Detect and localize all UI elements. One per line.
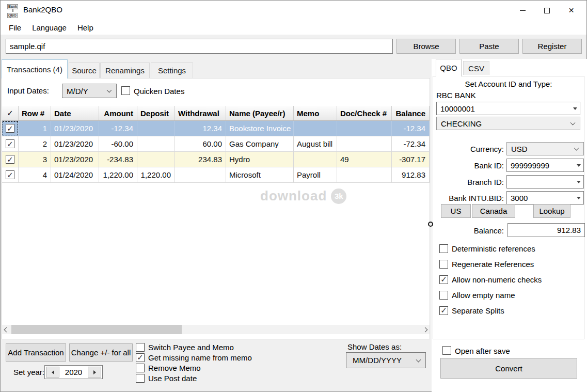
table-cell[interactable]: August bill — [294, 136, 337, 151]
lookup-button[interactable]: Lookup — [533, 204, 570, 218]
year-increment-button[interactable] — [88, 367, 101, 378]
column-header[interactable]: Row # — [19, 106, 51, 120]
table-row[interactable]: 401/24/20201,220.001,220.00MicrosoftPayr… — [2, 167, 430, 183]
checkbox[interactable] — [439, 291, 448, 300]
table-cell[interactable]: Bookstore Invoice — [226, 121, 294, 136]
column-header[interactable]: ✓ — [2, 106, 19, 120]
table-cell[interactable]: -307.17 — [392, 152, 430, 167]
row-checkbox[interactable] — [6, 139, 14, 148]
table-cell[interactable] — [337, 136, 392, 151]
table-cell[interactable]: 4 — [19, 167, 51, 182]
row-select-cell[interactable] — [2, 167, 19, 182]
table-cell[interactable] — [175, 167, 226, 182]
table-cell[interactable] — [294, 152, 337, 167]
table-cell[interactable] — [137, 152, 175, 167]
horizontal-scrollbar[interactable] — [2, 325, 430, 334]
column-header[interactable]: Name (Payee/r) — [226, 106, 294, 120]
field-combo[interactable]: 3000 — [506, 191, 584, 205]
us-button[interactable]: US — [441, 204, 471, 218]
table-cell[interactable]: 1 — [19, 121, 51, 136]
field-combo[interactable] — [506, 175, 584, 189]
column-header[interactable]: Balance — [392, 106, 430, 120]
table-row[interactable]: 301/23/2020-234.83234.83Hydro49-307.17 — [2, 152, 430, 167]
tab-qbo[interactable]: QBO — [436, 59, 462, 76]
open-after-save-checkbox[interactable] — [442, 346, 451, 355]
table-cell[interactable]: 912.83 — [392, 167, 430, 182]
minimize-button[interactable] — [511, 3, 535, 18]
tab-source[interactable]: Source — [69, 62, 100, 78]
column-header[interactable]: Deposit — [137, 106, 175, 120]
convert-button[interactable]: Convert — [440, 358, 577, 379]
table-cell[interactable]: 01/23/2020 — [51, 121, 99, 136]
table-cell[interactable] — [337, 121, 392, 136]
canada-button[interactable]: Canada — [472, 204, 515, 218]
table-cell[interactable] — [137, 136, 175, 151]
table-cell[interactable]: 49 — [337, 152, 392, 167]
table-cell[interactable]: 3 — [19, 152, 51, 167]
checkbox[interactable] — [439, 275, 448, 284]
tab-csv[interactable]: CSV — [463, 61, 489, 75]
table-row[interactable]: 201/23/2020-60.0060.00Gas CompanyAugust … — [2, 136, 430, 152]
menu-file[interactable]: File — [5, 22, 25, 34]
table-cell[interactable]: 01/23/2020 — [51, 152, 99, 167]
input-dates-combo[interactable]: M/D/Y — [62, 84, 117, 98]
row-select-cell[interactable] — [2, 121, 19, 136]
table-cell[interactable]: 2 — [19, 136, 51, 151]
column-header[interactable]: Withdrawal — [175, 106, 226, 120]
table-cell[interactable]: 1,220.00 — [99, 167, 137, 182]
table-cell[interactable]: 12.34 — [175, 121, 226, 136]
table-cell[interactable]: Payroll — [294, 167, 337, 182]
table-cell[interactable]: -72.34 — [392, 136, 430, 151]
checkbox[interactable] — [439, 244, 448, 253]
checkbox[interactable] — [136, 374, 145, 383]
row-select-cell[interactable] — [2, 152, 19, 167]
field-combo[interactable]: 999999999 — [506, 159, 584, 172]
checkbox[interactable] — [439, 260, 448, 269]
menu-help[interactable]: Help — [73, 22, 98, 34]
table-cell[interactable]: Hydro — [226, 152, 294, 167]
scrollbar-thumb[interactable] — [11, 325, 182, 334]
table-cell[interactable]: -60.00 — [99, 136, 137, 151]
table-cell[interactable]: Microsoft — [226, 167, 294, 182]
set-year-spinner[interactable]: 2020 — [44, 365, 103, 379]
row-checkbox[interactable] — [6, 155, 14, 164]
tab-renamings[interactable]: Renamings — [100, 62, 150, 78]
paste-button[interactable]: Paste — [459, 39, 519, 54]
file-path-input[interactable] — [6, 39, 393, 54]
checkbox[interactable] — [136, 343, 145, 352]
table-cell[interactable]: 60.00 — [175, 136, 226, 151]
field-combo[interactable]: USD — [506, 142, 584, 155]
scroll-left-button[interactable] — [2, 325, 11, 334]
register-button[interactable]: Register — [522, 39, 582, 54]
table-cell[interactable]: -234.83 — [99, 152, 137, 167]
year-decrement-button[interactable] — [46, 367, 59, 378]
checkbox[interactable] — [136, 364, 145, 372]
table-cell[interactable]: 1,220.00 — [137, 167, 175, 182]
column-header[interactable]: Doc/Check # — [337, 106, 392, 120]
show-dates-combo[interactable]: MM/DD/YYYY — [346, 352, 426, 368]
tab-settings[interactable]: Settings — [151, 62, 193, 78]
add-transaction-button[interactable]: Add Transaction — [6, 343, 66, 362]
column-header[interactable]: Amount — [99, 106, 137, 120]
column-header[interactable]: Memo — [294, 106, 337, 120]
row-checkbox[interactable] — [6, 124, 14, 133]
close-button[interactable]: ✕ — [559, 3, 583, 18]
column-header[interactable]: Date — [51, 106, 99, 120]
row-select-cell[interactable] — [2, 136, 19, 151]
menu-language[interactable]: Language — [28, 22, 71, 34]
table-cell[interactable]: 01/23/2020 — [51, 136, 99, 151]
scroll-right-button[interactable] — [421, 325, 430, 334]
balance-input[interactable]: 912.83 — [507, 223, 585, 237]
table-cell[interactable]: -12.34 — [99, 121, 137, 136]
change-sign-button[interactable]: Change +/- for all — [69, 343, 133, 362]
browse-button[interactable]: Browse — [396, 39, 456, 54]
account-id-combo[interactable]: 10000001 — [436, 102, 580, 115]
table-cell[interactable]: 234.83 — [175, 152, 226, 167]
table-cell[interactable]: 01/24/2020 — [51, 167, 99, 182]
table-cell[interactable]: -12.34 — [392, 121, 430, 136]
account-type-combo[interactable]: CHECKING — [436, 117, 580, 130]
table-cell[interactable]: Gas Company — [226, 136, 294, 151]
table-row[interactable]: 101/23/2020-12.3412.34Bookstore Invoice-… — [2, 121, 430, 136]
maximize-button[interactable] — [535, 3, 559, 18]
row-checkbox[interactable] — [6, 170, 14, 179]
